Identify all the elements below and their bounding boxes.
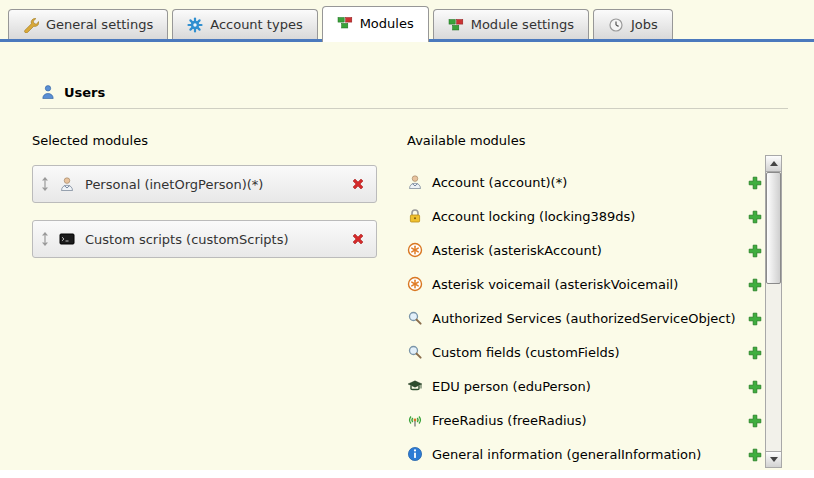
available-module-item: EDU person (eduPerson): [407, 369, 762, 403]
module-label: Asterisk (asteriskAccount): [432, 243, 602, 258]
blocks-settings-icon: [448, 17, 464, 33]
module-label: FreeRadius (freeRadius): [432, 413, 587, 428]
module-label: Custom fields (customFields): [432, 345, 620, 360]
blocks-icon: [337, 15, 353, 31]
module-label: Authorized Services (authorizedServiceOb…: [432, 311, 736, 326]
add-module-button[interactable]: [747, 311, 762, 326]
drag-handle-icon[interactable]: [39, 176, 51, 192]
arrow-up-icon: [770, 161, 778, 166]
lam-configuration-window: General settings Account types Modules M…: [0, 0, 814, 470]
add-module-button[interactable]: [747, 345, 762, 360]
scrollbar-thumb[interactable]: [766, 172, 781, 284]
add-icon: [747, 277, 763, 293]
add-icon: [747, 209, 763, 225]
add-module-button[interactable]: [747, 243, 762, 258]
remove-module-button[interactable]: [350, 231, 366, 247]
add-icon: [747, 345, 763, 361]
module-label: Asterisk voicemail (asteriskVoicemail): [432, 277, 678, 292]
asterisk-icon: [407, 276, 423, 292]
add-icon: [747, 413, 763, 429]
scrollbar[interactable]: [765, 155, 782, 468]
remove-module-button[interactable]: [350, 176, 366, 192]
wrench-icon: [23, 17, 39, 33]
available-modules-heading: Available modules: [407, 133, 762, 148]
module-label: EDU person (eduPerson): [432, 379, 591, 394]
user-icon: [59, 176, 75, 192]
tab-label: General settings: [46, 17, 153, 32]
users-icon: [40, 84, 56, 100]
tab[interactable]: Account types: [172, 9, 317, 39]
selected-module-item[interactable]: Personal (inetOrgPerson)(*): [32, 165, 377, 203]
available-module-item: Account locking (locking389ds): [407, 199, 762, 233]
add-module-button[interactable]: [747, 447, 762, 462]
module-label: Account (account)(*): [432, 175, 567, 190]
tab[interactable]: Module settings: [433, 9, 589, 39]
scrollbar-up-button[interactable]: [766, 156, 781, 172]
available-module-item: General information (generalInformation): [407, 437, 762, 470]
tab[interactable]: Modules: [322, 6, 429, 42]
available-module-item: Account (account)(*): [407, 165, 762, 199]
module-label: General information (generalInformation): [432, 447, 701, 462]
available-module-item: FreeRadius (freeRadius): [407, 403, 762, 437]
add-module-button[interactable]: [747, 379, 762, 394]
available-module-item: Authorized Services (authorizedServiceOb…: [407, 301, 762, 335]
info-icon: [407, 446, 423, 462]
drag-handle-icon[interactable]: [39, 231, 51, 247]
selected-modules-column: Selected modules Personal (inetOrgPerson…: [32, 133, 407, 470]
selected-modules-list: Personal (inetOrgPerson)(*) Custom scrip…: [32, 165, 407, 258]
tab[interactable]: General settings: [8, 9, 168, 39]
add-icon: [747, 243, 763, 259]
modules-columns: Selected modules Personal (inetOrgPerson…: [0, 109, 814, 470]
available-module-item: Asterisk voicemail (asteriskVoicemail): [407, 267, 762, 301]
available-modules-column: Available modules Account (account)(*) A…: [407, 133, 762, 470]
tab-label: Modules: [360, 16, 414, 31]
add-icon: [747, 379, 763, 395]
tab-label: Account types: [210, 17, 302, 32]
tab-bar: General settings Account types Modules M…: [0, 0, 814, 39]
tab-label: Module settings: [471, 17, 574, 32]
terminal-icon: [59, 231, 75, 247]
add-icon: [747, 175, 763, 191]
clock-icon: [608, 17, 624, 33]
add-icon: [747, 447, 763, 463]
delete-icon: [350, 231, 366, 247]
arrow-down-icon: [770, 457, 778, 462]
lock-icon: [407, 208, 423, 224]
add-module-button[interactable]: [747, 277, 762, 292]
add-module-button[interactable]: [747, 175, 762, 190]
selected-module-item[interactable]: Custom scripts (customScripts): [32, 220, 377, 258]
add-module-button[interactable]: [747, 413, 762, 428]
magnifier-icon: [407, 310, 423, 326]
magnifier-icon: [407, 344, 423, 360]
section-title: Users: [64, 85, 105, 100]
users-section-header: Users: [40, 84, 788, 109]
delete-icon: [350, 176, 366, 192]
available-module-item: Asterisk (asteriskAccount): [407, 233, 762, 267]
add-module-button[interactable]: [747, 209, 762, 224]
tab-label: Jobs: [631, 17, 658, 32]
tab[interactable]: Jobs: [593, 9, 673, 39]
asterisk-icon: [407, 242, 423, 258]
add-icon: [747, 311, 763, 327]
module-label: Custom scripts (customScripts): [85, 232, 289, 247]
module-label: Personal (inetOrgPerson)(*): [85, 177, 263, 192]
available-module-item: Custom fields (customFields): [407, 335, 762, 369]
available-modules-list: Account (account)(*) Account locking (lo…: [407, 165, 762, 470]
module-label: Account locking (locking389ds): [432, 209, 635, 224]
gear-icon: [187, 17, 203, 33]
graduation-cap-icon: [407, 378, 423, 394]
selected-modules-heading: Selected modules: [32, 133, 407, 148]
scrollbar-down-button[interactable]: [766, 451, 781, 467]
scrollbar-track[interactable]: [766, 172, 781, 451]
antenna-icon: [407, 412, 423, 428]
user-icon: [407, 174, 423, 190]
